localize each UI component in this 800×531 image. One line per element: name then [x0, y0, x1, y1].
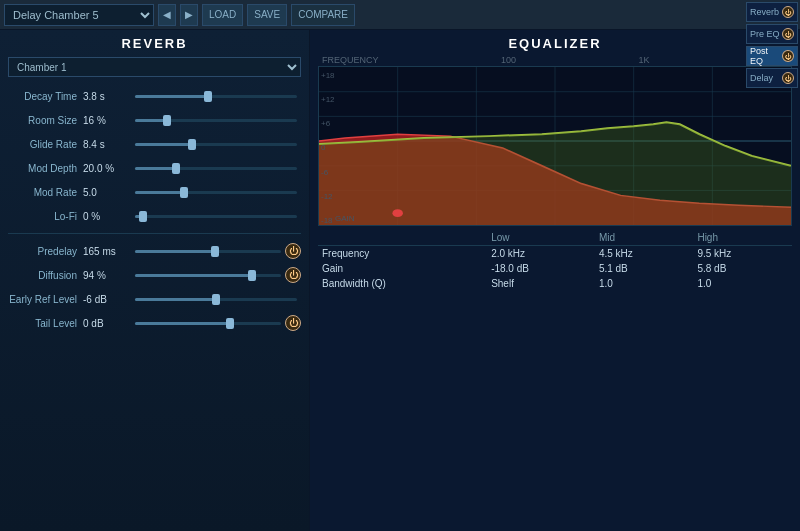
eq-freq-labels: FREQUENCY 100 1K 10K [318, 55, 792, 65]
main-content: REVERB Chamber 1 Decay Time 3.8 s Room S… [0, 30, 800, 531]
mod-rate-value: 5.0 [83, 187, 131, 198]
compare-button[interactable]: COMPARE [291, 4, 355, 26]
diffusion-row: Diffusion 94 % ⏻ [8, 264, 301, 286]
early-ref-row: Early Ref Level -6 dB [8, 288, 301, 310]
freq-100: 100 [501, 55, 516, 65]
reverb-params-group2: Predelay 165 ms ⏻ Diffusion 94 % ⏻ Early… [8, 240, 301, 334]
eq-col-high: High [693, 230, 792, 246]
top-bar: Delay Chamber 5 ◀ ▶ LOAD SAVE COMPARE [0, 0, 800, 30]
reverb-section: REVERB Chamber 1 Decay Time 3.8 s Room S… [0, 30, 310, 531]
equalizer-title: EQUALIZER [318, 36, 792, 51]
bw-high: 1.0 [693, 276, 792, 291]
glide-rate-slider[interactable] [135, 143, 297, 146]
freq-high: 9.5 kHz [693, 246, 792, 262]
diffusion-value: 94 % [83, 270, 131, 281]
reverb-tab-power[interactable]: ⏻ [782, 6, 794, 18]
tail-level-power-button[interactable]: ⏻ [285, 315, 301, 331]
reverb-title: REVERB [8, 36, 301, 51]
early-ref-label: Early Ref Level [8, 294, 83, 305]
decay-time-value: 3.8 s [83, 91, 131, 102]
tail-level-slider[interactable] [135, 322, 281, 325]
predelay-slider[interactable] [135, 250, 281, 253]
eq-col-low: Low [487, 230, 595, 246]
preset-select[interactable]: Delay Chamber 5 [4, 4, 154, 26]
diffusion-label: Diffusion [8, 270, 83, 281]
eq-tab-preeq[interactable]: Pre EQ ⏻ [746, 24, 798, 44]
predelay-power-button[interactable]: ⏻ [285, 243, 301, 259]
room-size-slider[interactable] [135, 119, 297, 122]
preeq-tab-power[interactable]: ⏻ [782, 28, 794, 40]
delay-tab-power[interactable]: ⏻ [782, 72, 794, 84]
freq-low: 2.0 kHz [487, 246, 595, 262]
tail-level-value: 0 dB [83, 318, 131, 329]
posteq-tab-power[interactable]: ⏻ [782, 50, 794, 62]
room-size-row: Room Size 16 % [8, 109, 301, 131]
predelay-row: Predelay 165 ms ⏻ [8, 240, 301, 262]
eq-bandwidth-row: Bandwidth (Q) Shelf 1.0 1.0 [318, 276, 792, 291]
freq-1k: 1K [638, 55, 649, 65]
lo-fi-label: Lo-Fi [8, 211, 83, 222]
glide-rate-row: Glide Rate 8.4 s [8, 133, 301, 155]
room-size-value: 16 % [83, 115, 131, 126]
tail-level-label: Tail Level [8, 318, 83, 329]
mod-depth-value: 20.0 % [83, 163, 131, 174]
eq-tabs: Reverb ⏻ Pre EQ ⏻ Post EQ ⏻ Delay ⏻ [746, 2, 798, 88]
early-ref-value: -6 dB [83, 294, 131, 305]
decay-time-slider[interactable] [135, 95, 297, 98]
predelay-label: Predelay [8, 246, 83, 257]
decay-time-row: Decay Time 3.8 s [8, 85, 301, 107]
eq-display[interactable]: +18+12+60-6-12-18 [318, 66, 792, 226]
eq-tab-reverb[interactable]: Reverb ⏻ [746, 2, 798, 22]
mod-rate-row: Mod Rate 5.0 [8, 181, 301, 203]
glide-rate-value: 8.4 s [83, 139, 131, 150]
glide-rate-label: Glide Rate [8, 139, 83, 150]
diffusion-power-button[interactable]: ⏻ [285, 267, 301, 283]
eq-tab-reverb-label: Reverb [750, 7, 779, 17]
prev-preset-button[interactable]: ◀ [158, 4, 176, 26]
gain-high: 5.8 dB [693, 261, 792, 276]
bw-low: Shelf [487, 276, 595, 291]
eq-tab-preeq-label: Pre EQ [750, 29, 780, 39]
gain-axis-label: GAIN [335, 214, 355, 223]
frequency-row-label: Frequency [318, 246, 487, 262]
eq-table: Low Mid High Frequency 2.0 kHz 4.5 kHz 9… [318, 230, 792, 291]
diffusion-slider[interactable] [135, 274, 281, 277]
mod-depth-label: Mod Depth [8, 163, 83, 174]
eq-col-mid: Mid [595, 230, 694, 246]
predelay-value: 165 ms [83, 246, 131, 257]
reverb-params-group1: Decay Time 3.8 s Room Size 16 % Glide Ra… [8, 85, 301, 227]
next-preset-button[interactable]: ▶ [180, 4, 198, 26]
eq-tab-delay-label: Delay [750, 73, 773, 83]
mod-depth-slider[interactable] [135, 167, 297, 170]
bandwidth-row-label: Bandwidth (Q) [318, 276, 487, 291]
eq-col-empty [318, 230, 487, 246]
mod-rate-label: Mod Rate [8, 187, 83, 198]
mod-depth-row: Mod Depth 20.0 % [8, 157, 301, 179]
eq-tab-posteq-label: Post EQ [750, 46, 782, 66]
reverb-preset-select[interactable]: Chamber 1 [8, 57, 301, 77]
eq-frequency-row: Frequency 2.0 kHz 4.5 kHz 9.5 kHz [318, 246, 792, 262]
gain-row-label: Gain [318, 261, 487, 276]
load-button[interactable]: LOAD [202, 4, 243, 26]
freq-mid: 4.5 kHz [595, 246, 694, 262]
equalizer-section: EQUALIZER FREQUENCY 100 1K 10K +18+12+60… [310, 30, 800, 531]
mod-rate-slider[interactable] [135, 191, 297, 194]
lo-fi-slider[interactable] [135, 215, 297, 218]
tail-level-row: Tail Level 0 dB ⏻ [8, 312, 301, 334]
lo-fi-row: Lo-Fi 0 % [8, 205, 301, 227]
eq-tab-posteq[interactable]: Post EQ ⏻ [746, 46, 798, 66]
room-size-label: Room Size [8, 115, 83, 126]
reverb-top-controls: Chamber 1 [8, 57, 301, 77]
eq-svg [319, 67, 791, 225]
decay-time-label: Decay Time [8, 91, 83, 102]
freq-label: FREQUENCY [322, 55, 379, 65]
early-ref-slider[interactable] [135, 298, 297, 301]
save-button[interactable]: SAVE [247, 4, 287, 26]
eq-gain-row: Gain -18.0 dB 5.1 dB 5.8 dB [318, 261, 792, 276]
lo-fi-value: 0 % [83, 211, 131, 222]
gain-mid: 5.1 dB [595, 261, 694, 276]
eq-tab-delay[interactable]: Delay ⏻ [746, 68, 798, 88]
svg-point-10 [392, 209, 402, 217]
bw-mid: 1.0 [595, 276, 694, 291]
eq-gain-labels: +18+12+60-6-12-18 [321, 71, 335, 225]
